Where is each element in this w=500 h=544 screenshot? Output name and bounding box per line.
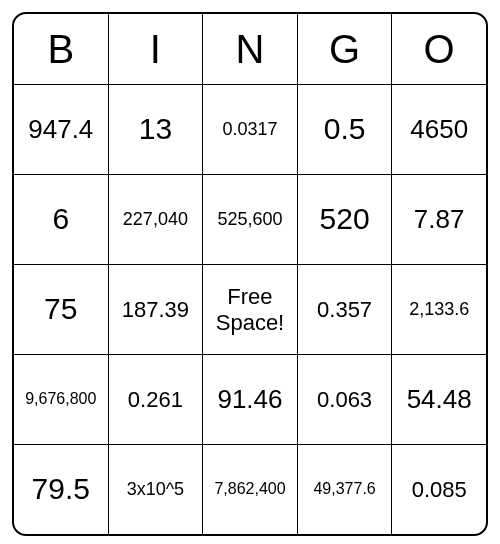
bingo-cell[interactable]: 7.87 <box>392 175 486 264</box>
bingo-free-space[interactable]: Free Space! <box>203 265 298 354</box>
bingo-cell[interactable]: 49,377.6 <box>298 445 393 534</box>
bingo-cell[interactable]: 947.4 <box>14 85 109 174</box>
bingo-cell[interactable]: 0.261 <box>109 355 204 444</box>
header-b: B <box>14 14 109 84</box>
bingo-header-row: B I N G O <box>14 14 486 84</box>
bingo-cell[interactable]: 13 <box>109 85 204 174</box>
bingo-cell[interactable]: 0.0317 <box>203 85 298 174</box>
bingo-cell[interactable]: 7,862,400 <box>203 445 298 534</box>
bingo-cell[interactable]: 0.5 <box>298 85 393 174</box>
bingo-cell[interactable]: 6 <box>14 175 109 264</box>
bingo-cell[interactable]: 79.5 <box>14 445 109 534</box>
bingo-row: 75 187.39 Free Space! 0.357 2,133.6 <box>14 264 486 354</box>
bingo-cell[interactable]: 91.46 <box>203 355 298 444</box>
bingo-cell[interactable]: 187.39 <box>109 265 204 354</box>
bingo-cell[interactable]: 9,676,800 <box>14 355 109 444</box>
bingo-cell[interactable]: 0.357 <box>298 265 393 354</box>
header-o: O <box>392 14 486 84</box>
bingo-card: B I N G O 947.4 13 0.0317 0.5 4650 6 227… <box>12 12 488 536</box>
bingo-cell[interactable]: 75 <box>14 265 109 354</box>
bingo-cell[interactable]: 0.063 <box>298 355 393 444</box>
header-i: I <box>109 14 204 84</box>
bingo-cell[interactable]: 0.085 <box>392 445 486 534</box>
bingo-cell[interactable]: 3x10^5 <box>109 445 204 534</box>
bingo-row: 79.5 3x10^5 7,862,400 49,377.6 0.085 <box>14 444 486 534</box>
bingo-row: 9,676,800 0.261 91.46 0.063 54.48 <box>14 354 486 444</box>
bingo-cell[interactable]: 525,600 <box>203 175 298 264</box>
header-g: G <box>298 14 393 84</box>
bingo-cell[interactable]: 54.48 <box>392 355 486 444</box>
bingo-cell[interactable]: 2,133.6 <box>392 265 486 354</box>
bingo-cell[interactable]: 520 <box>298 175 393 264</box>
bingo-row: 947.4 13 0.0317 0.5 4650 <box>14 84 486 174</box>
header-n: N <box>203 14 298 84</box>
bingo-row: 6 227,040 525,600 520 7.87 <box>14 174 486 264</box>
bingo-cell[interactable]: 4650 <box>392 85 486 174</box>
bingo-cell[interactable]: 227,040 <box>109 175 204 264</box>
